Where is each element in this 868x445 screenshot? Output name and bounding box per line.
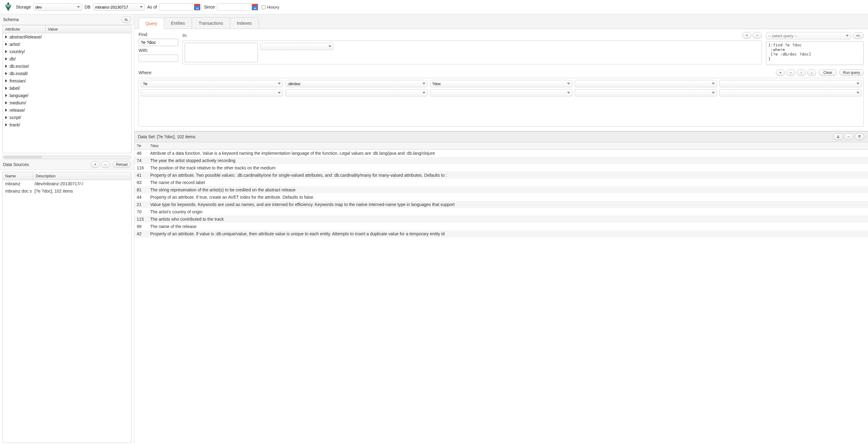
- expand-icon: [5, 109, 7, 112]
- history-checkbox[interactable]: [261, 5, 266, 9]
- schema-collapse-button[interactable]: ⇆: [121, 16, 131, 23]
- where-add-button[interactable]: +: [776, 69, 785, 76]
- expand-icon: [5, 72, 7, 75]
- results-row[interactable]: 99The name of the release: [134, 223, 868, 230]
- where-cell[interactable]: [285, 80, 428, 87]
- schema-tree-item[interactable]: :label/: [3, 85, 131, 92]
- results-row[interactable]: 116The position of the track relative to…: [134, 164, 868, 171]
- since-input[interactable]: [217, 5, 251, 9]
- expand-icon: [5, 101, 7, 104]
- ds-col-description[interactable]: Description: [33, 172, 131, 180]
- asof-input[interactable]: [160, 5, 193, 9]
- ds-name: mbrainz doc s: [3, 189, 33, 193]
- where-cell[interactable]: [719, 89, 862, 96]
- where-cell[interactable]: [141, 80, 283, 87]
- db-select[interactable]: [93, 3, 145, 11]
- results-row[interactable]: 83The name of the record label: [134, 179, 868, 186]
- results-cell-e: 115: [134, 217, 148, 222]
- saved-query-plusminus-button[interactable]: +/-: [853, 32, 864, 39]
- tab-transactions[interactable]: Transactions: [192, 18, 230, 29]
- where-cell-input[interactable]: [577, 82, 712, 86]
- schema-tree-item[interactable]: :db.install/: [3, 70, 131, 77]
- where-cell-input[interactable]: [721, 82, 857, 86]
- where-cell-input[interactable]: [143, 91, 278, 95]
- datasource-reload-button[interactable]: Reload: [113, 161, 131, 168]
- clear-button[interactable]: Clear: [818, 69, 837, 76]
- schema-tree-item[interactable]: :fressian/: [3, 77, 131, 85]
- in-source-select[interactable]: [260, 43, 334, 50]
- where-cell[interactable]: [719, 80, 862, 87]
- results-row[interactable]: 74The year the artist stopped actively r…: [134, 157, 868, 164]
- since-input-wrap: 30: [217, 3, 259, 11]
- where-cell[interactable]: [141, 89, 283, 96]
- datasource-row[interactable]: mbrainz doc s[?e ?doc], 102 items: [3, 187, 131, 195]
- find-input[interactable]: [138, 39, 178, 46]
- run-query-button[interactable]: Run query: [839, 69, 864, 76]
- where-cell-input[interactable]: [432, 91, 567, 95]
- schema-col-value[interactable]: Value: [45, 25, 131, 33]
- where-cell-input[interactable]: [287, 91, 423, 95]
- db-select-value[interactable]: [95, 5, 140, 9]
- where-cell-input[interactable]: [432, 82, 567, 86]
- results-row[interactable]: 46Attribute of a data function. Value is…: [134, 150, 868, 157]
- schema-col-attribute[interactable]: Attribute: [3, 25, 45, 33]
- where-cell[interactable]: [285, 89, 428, 96]
- where-cell-input[interactable]: [721, 91, 857, 95]
- dataset-expand-button[interactable]: ⇊: [833, 133, 843, 140]
- storage-select-value[interactable]: [35, 5, 77, 9]
- schema-tree-item[interactable]: :release/: [3, 106, 131, 114]
- where-down-button[interactable]: ↓: [807, 69, 816, 76]
- results-row[interactable]: 42Property of an attribute. If value is …: [134, 230, 868, 237]
- results-grid: ?e ?doc 46Attribute of a data function. …: [134, 142, 868, 445]
- where-remove-button[interactable]: −: [786, 69, 795, 76]
- schema-tree-item[interactable]: :medium/: [3, 99, 131, 106]
- results-row[interactable]: 115The artists who contributed to the tr…: [134, 216, 868, 223]
- calendar-icon[interactable]: 30: [194, 4, 200, 10]
- where-cell[interactable]: [575, 80, 717, 87]
- chevron-down-icon: [567, 92, 570, 94]
- where-up-button[interactable]: ↑: [797, 69, 806, 76]
- storage-select[interactable]: [33, 3, 82, 11]
- schema-item-label: :db.excise/: [8, 64, 29, 69]
- ds-col-name[interactable]: Name: [3, 172, 33, 180]
- tab-query[interactable]: Query: [138, 18, 164, 29]
- in-add-button[interactable]: +: [742, 32, 751, 39]
- calendar-icon[interactable]: 30: [252, 4, 258, 10]
- results-col-doc[interactable]: ?doc: [148, 142, 868, 149]
- results-row[interactable]: 81The string represenation of the artist…: [134, 186, 868, 193]
- schema-scrollbar[interactable]: [2, 155, 131, 159]
- schema-tree-item[interactable]: :db/: [3, 55, 131, 63]
- results-row[interactable]: 21Value type for keywords. Keywords are …: [134, 201, 868, 208]
- with-input[interactable]: [138, 55, 178, 62]
- datasource-row[interactable]: mbrainz/dev/mbrainz-20130717/-/: [3, 180, 131, 187]
- in-var-input[interactable]: [185, 43, 258, 62]
- dataset-collapse-button[interactable]: --: [844, 133, 854, 140]
- where-cell[interactable]: [430, 80, 572, 87]
- results-row[interactable]: 70The artist's country of origin: [134, 208, 868, 216]
- schema-tree-item[interactable]: :script/: [3, 114, 131, 121]
- where-cell[interactable]: [575, 89, 717, 96]
- schema-tree-item[interactable]: :country/: [3, 48, 131, 55]
- where-cell-input[interactable]: [287, 82, 423, 86]
- tab-entities[interactable]: Entities: [164, 18, 192, 29]
- in-source-value[interactable]: [262, 44, 329, 49]
- saved-query-select[interactable]: [766, 32, 851, 39]
- datasource-add-button[interactable]: +: [91, 161, 100, 168]
- history-checkbox-wrap[interactable]: History: [261, 5, 279, 9]
- results-row[interactable]: 44Property of an attribute. If true, cre…: [134, 193, 868, 201]
- schema-tree-item[interactable]: :language/: [3, 92, 131, 99]
- in-remove-button[interactable]: −: [753, 32, 762, 39]
- results-row[interactable]: 41Property of an attribute. Two possible…: [134, 171, 868, 179]
- schema-tree-item[interactable]: :abstractRelease/: [3, 33, 131, 41]
- dataset-up-button[interactable]: ⇈: [855, 133, 864, 140]
- where-cell[interactable]: [430, 89, 572, 96]
- schema-tree-item[interactable]: :track/: [3, 121, 131, 128]
- tab-indexes[interactable]: Indexes: [230, 18, 259, 29]
- where-cell-input[interactable]: [143, 82, 278, 86]
- schema-tree-item[interactable]: :artist/: [3, 41, 131, 48]
- where-cell-input[interactable]: [577, 91, 712, 95]
- saved-query-value[interactable]: [768, 34, 846, 38]
- results-col-e[interactable]: ?e: [134, 142, 148, 149]
- schema-tree-item[interactable]: :db.excise/: [3, 63, 131, 70]
- datasource-remove-button[interactable]: −: [101, 161, 110, 168]
